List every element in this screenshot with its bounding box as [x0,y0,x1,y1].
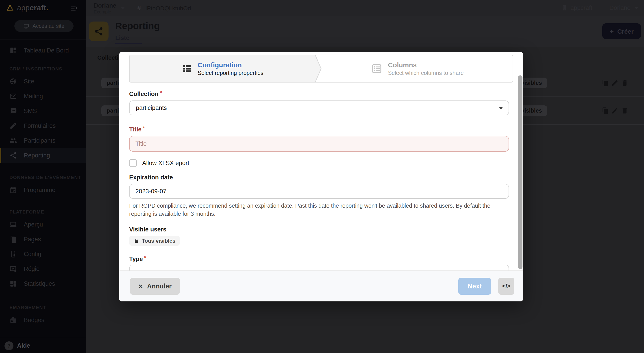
chevron-down-icon [499,107,503,109]
code-view-button[interactable]: </> [498,278,514,295]
sidebar-item-label: Programme [24,186,56,193]
required-asterisk: * [160,90,162,96]
help-icon: ? [4,341,14,350]
sidebar-item-mailing[interactable]: Mailing [0,89,86,104]
delete-icon[interactable] [621,79,628,86]
sidebar-item-programme[interactable]: Programme [0,182,86,197]
create-button-label: Créer [617,28,634,35]
row-actions [602,79,628,86]
sidebar-item-tableau-de-bord[interactable]: Tableau De Bord [0,43,86,58]
pages-icon [10,236,17,243]
edit-icon[interactable] [611,107,618,114]
step-title: Columns [388,61,464,69]
laptop-icon [10,221,17,228]
sidebar-item-participants[interactable]: Participants [0,133,86,148]
sidebar-section-crm: CRM / INSCRIPTIONS [0,66,86,71]
copy-icon[interactable] [602,107,608,114]
visible-users-chip[interactable]: Tous visibles [129,236,180,246]
sidebar-item-label: Régie [24,266,40,272]
dashboard-icon [10,47,17,54]
xlsx-export-row[interactable]: Allow XLSX eport [129,159,509,167]
sidebar-item-statistiques[interactable]: Statistiques [0,276,86,291]
step-subtitle: Select reporting properties [198,70,263,76]
sidebar-item-label: Config [24,251,41,258]
xlsx-export-checkbox[interactable] [129,159,137,167]
step-configuration[interactable]: Configuration Select reporting propertie… [130,55,315,82]
cancel-button[interactable]: ✕ Annuler [130,278,180,295]
list-alt-icon [371,63,382,74]
user-menu[interactable]: Doriane [609,4,630,11]
logo[interactable]: appcraft. [0,0,86,16]
lock-open-icon [134,238,139,243]
share-icon [94,26,104,36]
visible-users-chip-label: Tous visibles [142,238,175,244]
page-header: Reporting Liste + Créer [86,16,644,47]
sidebar-item-label: Aperçu [24,221,43,228]
page-icon-tile [89,22,108,41]
workspace-subtitle: Exemple [94,10,111,14]
dialog-scrollbar-thumb[interactable] [518,75,522,269]
help-label: Aide [17,342,30,349]
tab-liste[interactable]: Liste [115,34,130,41]
sidebar-section-emargement: EMARGEMENT [0,304,86,310]
monitor-icon [24,23,29,29]
sidebar-section-plateforme: PLATEFORME [0,209,86,214]
required-asterisk: * [144,254,146,261]
step-columns[interactable]: Columns Select which columns to share [322,55,512,82]
plus-icon: + [610,27,614,35]
logo-text: appcraft. [17,4,48,12]
collapse-sidebar-icon[interactable] [70,4,78,12]
sidebar-item-formulaires[interactable]: Formulaires [0,118,86,133]
type-label: Type* [129,254,509,262]
sidebar-nav: Tableau De Bord CRM / INSCRIPTIONS Site … [0,40,86,328]
next-button[interactable]: Next [458,278,491,295]
device-config-icon [10,250,17,258]
app-root: Doriane Exemple # IPtoODQLktuhOd appcraf… [0,0,644,353]
sidebar-item-regie[interactable]: Régie [0,262,86,276]
sidebar-item-site[interactable]: Site [0,74,86,89]
required-asterisk: * [143,125,145,132]
page-title: Reporting [115,21,160,32]
copy-icon[interactable] [602,79,608,86]
expiration-date-input[interactable] [129,184,509,199]
globe-icon [10,78,17,85]
sidebar-item-reporting[interactable]: Reporting [0,148,86,163]
delete-icon[interactable] [621,107,628,114]
collection-label: Collection* [129,90,509,97]
channel-id[interactable]: IPtoODQLktuhOd [145,5,191,12]
org-switcher[interactable]: appcraft [570,4,592,11]
dialog-body: Collection* participants Title* Allow XL… [119,90,523,280]
pencil-icon [10,122,17,130]
list-icon [182,63,192,74]
sidebar-item-label: Site [24,78,34,85]
chevron-down-icon[interactable] [121,7,125,10]
sidebar-item-label: Participants [24,137,56,144]
step-arrow-divider [315,55,322,82]
cancel-button-label: Annuler [147,282,172,290]
media-settings-icon [10,265,17,273]
edit-icon[interactable] [611,79,618,86]
step-title: Configuration [198,61,263,69]
access-site-button[interactable]: Accès au site [14,20,74,32]
topbar: Doriane Exemple # IPtoODQLktuhOd appcraf… [0,0,644,16]
title-label: Title* [129,125,509,133]
sidebar-item-pages[interactable]: Pages [0,232,86,247]
sidebar-item-sms[interactable]: SMS [0,104,86,118]
expiration-help-text: For RGPD compliance, we recommend settin… [129,202,502,218]
sidebar-item-apercu[interactable]: Aperçu [0,217,86,232]
sidebar-item-config[interactable]: Config [0,247,86,262]
help-row[interactable]: ? Aide [0,338,86,353]
access-site-label: Accès au site [32,23,64,29]
chevron-down-icon[interactable] [634,6,638,9]
sidebar-section-donnees: DONNÉES DE L'ÉVÉNEMENT [0,174,86,180]
workspace-name[interactable]: Doriane [94,2,116,9]
sidebar-item-label: Badges [24,317,44,324]
title-input[interactable] [129,136,509,152]
collection-select[interactable]: participants [129,100,509,115]
sms-icon [10,107,17,115]
visible-users-label: Visible users [129,226,509,232]
create-button[interactable]: + Créer [602,23,641,39]
building-icon [561,4,568,11]
sidebar-item-badges[interactable]: Badges [0,313,86,328]
sidebar-item-label: Mailing [24,93,43,100]
